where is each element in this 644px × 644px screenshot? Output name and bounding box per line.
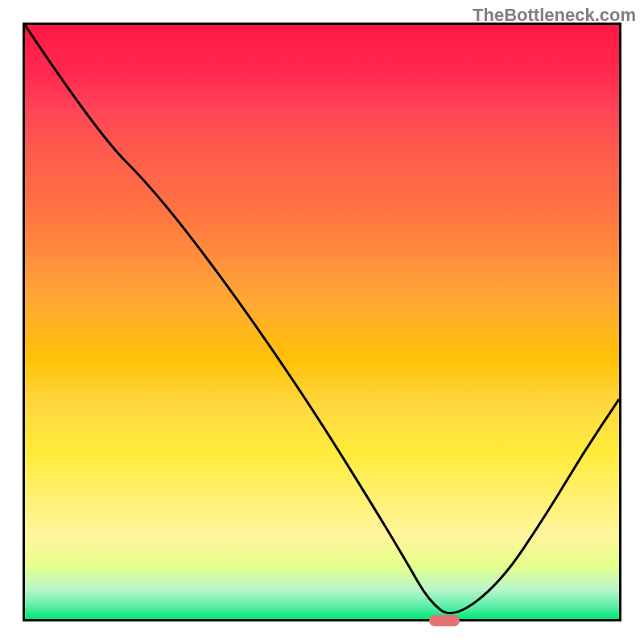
- chart-plot-area: [23, 23, 621, 621]
- optimal-point-marker: [429, 615, 460, 626]
- bottleneck-curve-line: [25, 25, 619, 613]
- watermark-text: TheBottleneck.com: [473, 5, 636, 26]
- chart-curve-svg: [25, 25, 619, 619]
